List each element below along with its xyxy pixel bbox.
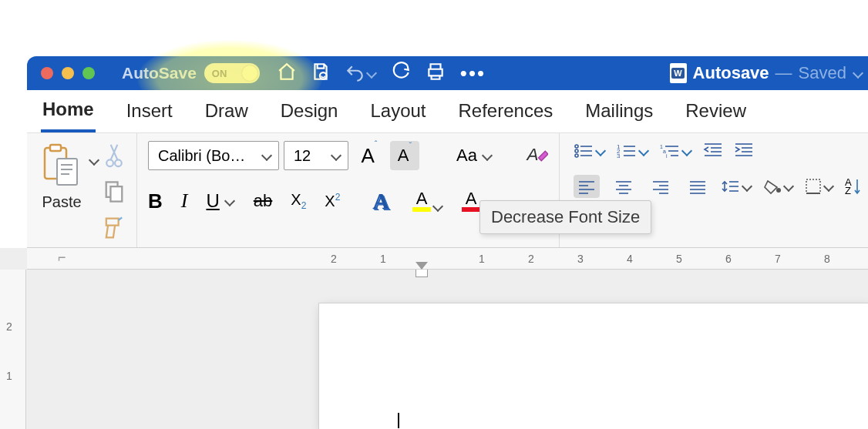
fontcolor-letter: A <box>466 190 477 207</box>
align-left-button[interactable] <box>574 175 600 198</box>
save-icon[interactable] <box>311 62 331 85</box>
numbering-chevron-icon[interactable] <box>638 146 649 156</box>
title-chevron-icon[interactable] <box>853 68 863 79</box>
highlight-color-button[interactable]: A <box>412 190 443 212</box>
highlight-letter: A <box>416 190 428 207</box>
tab-review[interactable]: Review <box>684 92 748 131</box>
bold-button[interactable]: B <box>148 189 163 213</box>
ruler-tick: 1 <box>380 253 386 265</box>
font-size-combo[interactable]: 12 <box>284 141 348 170</box>
svg-text:A: A <box>525 145 538 164</box>
svg-point-57 <box>776 188 781 193</box>
title-bar: AutoSave ON ••• W Autosave — Saved <box>27 56 868 90</box>
tab-home[interactable]: Home <box>41 91 96 132</box>
ruler-tick: 3 <box>577 253 584 265</box>
font-name-combo[interactable]: Calibri (Bo… <box>148 141 279 170</box>
svg-point-12 <box>575 145 578 148</box>
increase-indent-button[interactable] <box>734 141 754 161</box>
minimize-window[interactable] <box>62 67 74 79</box>
change-case-button[interactable]: Aa <box>456 146 493 166</box>
ruler-tick: 2 <box>331 253 337 265</box>
superscript-base: X <box>325 193 335 209</box>
decrease-font-icon: Aˇ <box>398 146 412 166</box>
ruler-tick: 2 <box>528 253 534 265</box>
align-center-button[interactable] <box>611 175 637 198</box>
close-window[interactable] <box>41 67 53 79</box>
superscript-button[interactable]: X2 <box>325 192 340 210</box>
copy-icon[interactable] <box>103 179 125 207</box>
first-line-indent-marker[interactable] <box>415 262 428 270</box>
horizontal-ruler[interactable]: ⌐ 2 1 1 2 3 4 5 6 7 8 9 <box>27 248 868 270</box>
svg-point-0 <box>320 72 327 79</box>
multilevel-list-button[interactable]: 1ai <box>660 142 692 159</box>
shading-button[interactable] <box>763 178 794 195</box>
borders-chevron-icon[interactable] <box>823 181 834 192</box>
tab-references[interactable]: References <box>457 92 555 131</box>
window-controls <box>41 67 95 79</box>
autosave-label: AutoSave <box>122 64 197 82</box>
decrease-font-size-button[interactable]: Aˇ <box>390 141 419 170</box>
word-app-icon: W <box>670 63 687 83</box>
bullets-chevron-icon[interactable] <box>595 146 606 156</box>
font-name-chevron-icon[interactable] <box>261 150 272 161</box>
italic-button[interactable]: I <box>181 189 188 213</box>
undo-chevron-icon[interactable] <box>366 68 377 79</box>
text-cursor <box>398 413 399 428</box>
line-spacing-button[interactable] <box>722 178 752 195</box>
text-effects-button[interactable]: A <box>372 188 389 214</box>
vertical-ruler[interactable]: 2 1 <box>0 270 26 429</box>
justify-button[interactable] <box>685 175 711 198</box>
ribbon: Paste Calibri (Bo… <box>27 132 868 248</box>
cut-icon[interactable] <box>104 142 124 172</box>
tab-layout[interactable]: Layout <box>368 92 427 131</box>
tab-draw[interactable]: Draw <box>204 92 250 131</box>
borders-button[interactable] <box>805 178 834 195</box>
paste-button[interactable]: Paste <box>38 141 86 244</box>
align-right-button[interactable] <box>648 175 674 198</box>
ruler-tick: 8 <box>824 253 830 265</box>
left-indent-marker[interactable] <box>415 270 428 277</box>
increase-font-size-button[interactable]: Aˆ <box>355 141 384 170</box>
autosave-toggle[interactable]: ON <box>204 63 260 83</box>
highlight-chevron-icon[interactable] <box>432 201 443 212</box>
multilevel-chevron-icon[interactable] <box>681 146 692 156</box>
document-page[interactable] <box>319 303 868 429</box>
change-case-chevron-icon[interactable] <box>482 150 493 161</box>
tab-design[interactable]: Design <box>279 92 340 131</box>
strikethrough-button[interactable]: ab <box>254 191 272 211</box>
home-icon[interactable] <box>277 62 297 85</box>
document-title[interactable]: W Autosave — Saved <box>670 63 863 83</box>
subscript-button[interactable]: X2 <box>291 191 306 211</box>
undo-icon[interactable] <box>345 63 377 83</box>
font-size-chevron-icon[interactable] <box>331 150 341 161</box>
ribbon-tabs: Home Insert Draw Design Layout Reference… <box>27 90 868 132</box>
zoom-window[interactable] <box>82 67 95 79</box>
tab-insert[interactable]: Insert <box>125 92 174 131</box>
decrease-indent-button[interactable] <box>703 141 723 161</box>
sort-button[interactable]: A Z <box>845 178 861 195</box>
sort-label: A Z <box>845 178 852 195</box>
ruler-tick: 1 <box>479 253 485 265</box>
change-case-label: Aa <box>456 146 477 166</box>
svg-point-8 <box>115 159 122 166</box>
tab-mailings[interactable]: Mailings <box>584 92 654 131</box>
ruler-tick-v: 2 <box>6 320 12 333</box>
subscript-base: X <box>291 191 301 208</box>
numbering-button[interactable]: 123 <box>617 142 649 159</box>
redo-icon[interactable] <box>391 62 411 85</box>
clear-formatting-button[interactable]: A <box>525 142 548 169</box>
format-painter-icon[interactable] <box>103 215 126 244</box>
svg-rect-58 <box>806 179 820 193</box>
autosave-control[interactable]: AutoSave ON <box>122 63 260 83</box>
line-spacing-chevron-icon[interactable] <box>742 181 752 192</box>
bullets-button[interactable] <box>574 142 606 159</box>
ruler-tick: 5 <box>676 253 682 265</box>
toggle-knob <box>242 65 257 81</box>
paste-chevron-icon[interactable] <box>90 156 98 164</box>
underline-chevron-icon[interactable] <box>224 196 235 206</box>
shading-chevron-icon[interactable] <box>783 181 794 192</box>
underline-button[interactable]: U <box>206 190 234 212</box>
tab-selector-icon[interactable]: ⌐ <box>58 250 66 266</box>
font-size-value: 12 <box>294 147 311 165</box>
print-icon[interactable] <box>425 62 446 85</box>
